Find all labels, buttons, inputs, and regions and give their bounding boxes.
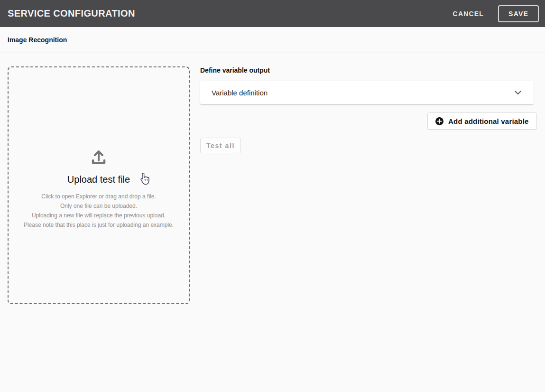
add-additional-variable-label: Add additional variable <box>448 117 529 125</box>
upload-instruction-line: Only one file can be uploaded. <box>24 201 174 211</box>
upload-instruction-line: Please note that this place is just for … <box>24 220 174 230</box>
test-all-button[interactable]: Test all <box>200 138 241 153</box>
upload-title: Upload test file <box>67 174 130 185</box>
save-button[interactable]: SAVE <box>498 5 539 22</box>
appbar: SERVICE CONFIGURATION CANCEL SAVE <box>0 0 545 27</box>
variable-definition-accordion[interactable]: Variable definition <box>200 81 534 104</box>
service-name-label: Image Recognition <box>8 36 67 44</box>
upload-instruction-line: Uploading a new file will replace the pr… <box>24 211 174 220</box>
variable-definition-label: Variable definition <box>212 89 515 97</box>
upload-dropzone[interactable]: Upload test file Click to open Explorer … <box>8 66 190 304</box>
chevron-down-icon[interactable] <box>515 91 521 95</box>
define-variable-output-label: Define variable output <box>200 66 270 74</box>
breadcrumb: Image Recognition <box>0 27 545 53</box>
upload-instruction-line: Click to open Explorer or drag and drop … <box>24 192 174 201</box>
service-configuration-screen: SERVICE CONFIGURATION CANCEL SAVE Image … <box>0 0 545 392</box>
page-title: SERVICE CONFIGURATION <box>8 8 135 19</box>
upload-icon <box>90 148 108 166</box>
add-additional-variable-button[interactable]: Add additional variable <box>427 112 537 130</box>
upload-instructions: Click to open Explorer or drag and drop … <box>24 192 174 230</box>
cancel-button[interactable]: CANCEL <box>446 5 491 22</box>
plus-circle-icon <box>435 117 443 125</box>
